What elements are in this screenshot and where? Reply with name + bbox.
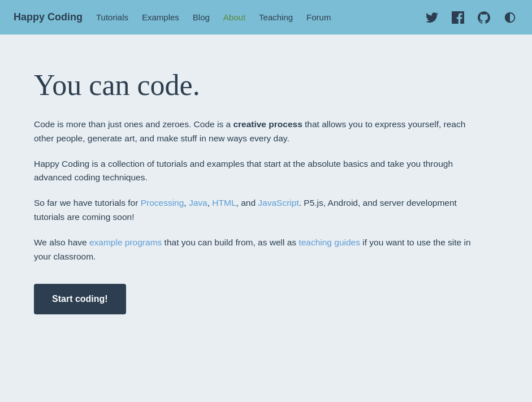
site-brand[interactable]: Happy Coding: [14, 11, 83, 23]
paragraph-2: Happy Coding is a collection of tutorial…: [34, 157, 475, 185]
main-content: You can code. Code is more than just one…: [0, 34, 509, 348]
nav-examples[interactable]: Examples: [142, 12, 179, 22]
twitter-icon[interactable]: [423, 9, 440, 26]
contrast-icon[interactable]: [501, 9, 518, 26]
nav-forum[interactable]: Forum: [306, 12, 331, 22]
nav-links: Tutorials Examples Blog About Teaching F…: [96, 12, 423, 22]
p3-and: , and: [236, 198, 258, 208]
nav-icons: [423, 9, 518, 26]
java-link[interactable]: Java: [189, 198, 207, 208]
facebook-icon[interactable]: [449, 9, 466, 26]
p1-prefix: Code is more than just ones and zeroes. …: [34, 119, 233, 129]
github-icon[interactable]: [475, 9, 492, 26]
paragraph-1: Code is more than just ones and zeroes. …: [34, 118, 475, 146]
processing-link[interactable]: Processing: [141, 198, 184, 208]
hero-title: You can code.: [34, 68, 475, 102]
nav-blog[interactable]: Blog: [193, 12, 210, 22]
html-link[interactable]: HTML: [212, 198, 236, 208]
example-programs-link[interactable]: example programs: [89, 237, 162, 247]
nav-teaching[interactable]: Teaching: [259, 12, 293, 22]
javascript-link[interactable]: JavaScript: [258, 198, 299, 208]
p3-comma1: ,: [184, 198, 189, 208]
start-coding-button[interactable]: Start coding!: [34, 284, 126, 314]
paragraph-3: So far we have tutorials for Processing,…: [34, 196, 475, 224]
paragraph-4: We also have example programs that you c…: [34, 236, 475, 264]
p4-mid: that you can build from, as well as: [162, 237, 299, 247]
nav-tutorials[interactable]: Tutorials: [96, 12, 128, 22]
p1-bold: creative process: [233, 119, 302, 129]
teaching-guides-link[interactable]: teaching guides: [299, 237, 360, 247]
p4-prefix: We also have: [34, 237, 89, 247]
p3-prefix: So far we have tutorials for: [34, 198, 141, 208]
nav-about[interactable]: About: [223, 12, 245, 22]
main-nav: Happy Coding Tutorials Examples Blog Abo…: [0, 0, 532, 34]
